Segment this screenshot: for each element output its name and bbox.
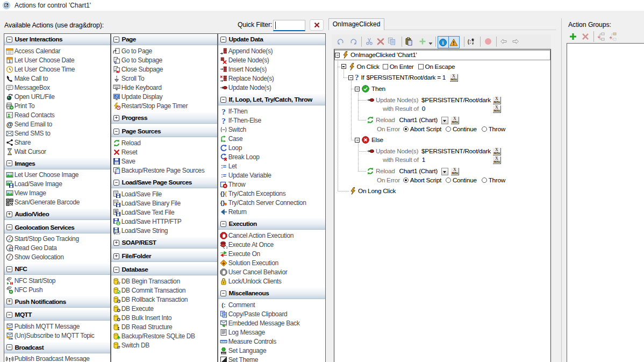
svg-text:(:: (: [221,302,225,308]
svg-text:(:: (: [468,39,471,45]
svg-text:@: @ [6,120,13,128]
svg-text:{}: {} [220,200,225,206]
svg-text:?: ? [221,117,226,124]
svg-text:1: 1 [226,245,227,249]
svg-text:(: ( [225,190,227,197]
svg-text:1: 1 [9,59,11,63]
svg-text:i: i [442,40,444,46]
svg-text::=: := [220,163,226,169]
svg-text::=: := [220,172,226,179]
svg-text:?: ? [221,108,226,115]
svg-text:LANG: LANG [220,352,226,354]
